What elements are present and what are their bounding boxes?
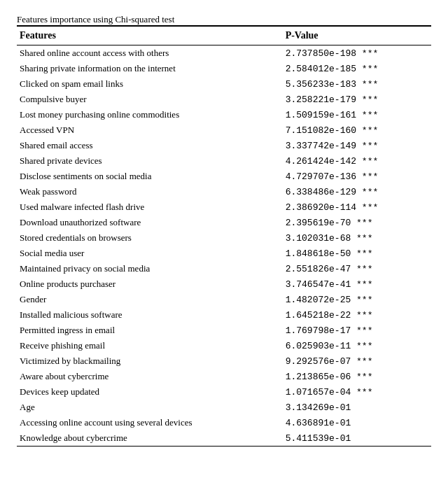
pvalue-cell: 4.636891e-01 [283, 415, 431, 430]
pvalue-cell: 6.025903e-11 *** [283, 338, 431, 353]
title-text: Features importance using Chi-squared te… [17, 14, 174, 24]
pvalue-cell: 2.386920e-114 *** [283, 199, 431, 215]
pvalue-cell: 3.134269e-01 [283, 400, 431, 415]
table-row: Used malware infected flash drive2.38692… [17, 199, 431, 215]
table-row: Social media user1.848618e-50 *** [17, 246, 431, 261]
table-row: Weak password6.338486e-129 *** [17, 184, 431, 199]
pvalue-cell: 1.509159e-161 *** [283, 107, 431, 122]
table-row: Devices keep updated1.071657e-04 *** [17, 384, 431, 400]
feature-cell: Knowledge about cybercrime [17, 430, 283, 447]
col-header-features: Features [17, 26, 283, 45]
pvalue-cell: 1.482072e-25 *** [283, 292, 431, 307]
feature-cell: Shared private devices [17, 153, 283, 169]
table-row: Age3.134269e-01 [17, 400, 431, 415]
col-header-pvalue: P-Value [283, 26, 431, 45]
pvalue-cell: 3.746547e-41 *** [283, 276, 431, 292]
table-row: Download unauthorized software2.395619e-… [17, 215, 431, 230]
feature-cell: Social media user [17, 246, 283, 261]
feature-cell: Devices keep updated [17, 384, 283, 400]
feature-cell: Gender [17, 292, 283, 307]
table-row: Receive phishing email6.025903e-11 *** [17, 338, 431, 353]
pvalue-cell: 3.102031e-68 *** [283, 230, 431, 246]
table-row: Maintained privacy on social media2.5518… [17, 261, 431, 276]
table-row: Shared online account access with others… [17, 45, 431, 62]
pvalue-cell: 2.737850e-198 *** [283, 45, 431, 62]
table-row: Disclose sentiments on social media4.729… [17, 169, 431, 184]
table-row: Compulsive buyer3.258221e-179 *** [17, 92, 431, 107]
feature-cell: Accessed VPN [17, 122, 283, 138]
feature-cell: Maintained privacy on social media [17, 261, 283, 276]
pvalue-cell: 3.337742e-149 *** [283, 138, 431, 153]
pvalue-cell: 9.292576e-07 *** [283, 353, 431, 369]
table-row: Victimized by blackmailing9.292576e-07 *… [17, 353, 431, 369]
table-row: Shared email access3.337742e-149 *** [17, 138, 431, 153]
pvalue-cell: 1.213865e-06 *** [283, 369, 431, 384]
feature-cell: Receive phishing email [17, 338, 283, 353]
table-row: Clicked on spam email links5.356233e-183… [17, 76, 431, 92]
table-row: Accessed VPN7.151082e-160 *** [17, 122, 431, 138]
table-row: Accessing online account using several d… [17, 415, 431, 430]
pvalue-cell: 1.645218e-22 *** [283, 307, 431, 323]
feature-cell: Disclose sentiments on social media [17, 169, 283, 184]
table-row: Shared private devices4.261424e-142 *** [17, 153, 431, 169]
page-title: Features importance using Chi-squared te… [17, 14, 431, 25]
feature-cell: Used malware infected flash drive [17, 199, 283, 215]
feature-cell: Lost money purchasing online commodities [17, 107, 283, 122]
feature-cell: Accessing online account using several d… [17, 415, 283, 430]
pvalue-cell: 2.551826e-47 *** [283, 261, 431, 276]
pvalue-cell: 7.151082e-160 *** [283, 122, 431, 138]
feature-cell: Shared email access [17, 138, 283, 153]
pvalue-cell: 3.258221e-179 *** [283, 92, 431, 107]
table-row: Installed malicious software1.645218e-22… [17, 307, 431, 323]
pvalue-cell: 6.338486e-129 *** [283, 184, 431, 199]
feature-cell: Compulsive buyer [17, 92, 283, 107]
feature-cell: Age [17, 400, 283, 415]
pvalue-cell: 1.071657e-04 *** [283, 384, 431, 400]
pvalue-cell: 5.411539e-01 [283, 430, 431, 447]
table-row: Knowledge about cybercrime5.411539e-01 [17, 430, 431, 447]
table-row: Gender1.482072e-25 *** [17, 292, 431, 307]
feature-cell: Clicked on spam email links [17, 76, 283, 92]
feature-cell: Permitted ingress in email [17, 323, 283, 338]
feature-cell: Shared online account access with others [17, 45, 283, 62]
table-row: Lost money purchasing online commodities… [17, 107, 431, 122]
pvalue-cell: 5.356233e-183 *** [283, 76, 431, 92]
pvalue-cell: 1.848618e-50 *** [283, 246, 431, 261]
table-header-row: Features P-Value [17, 26, 431, 45]
pvalue-cell: 1.769798e-17 *** [283, 323, 431, 338]
table-row: Sharing private information on the inter… [17, 61, 431, 76]
pvalue-cell: 4.261424e-142 *** [283, 153, 431, 169]
feature-cell: Online products purchaser [17, 276, 283, 292]
feature-cell: Victimized by blackmailing [17, 353, 283, 369]
feature-cell: Download unauthorized software [17, 215, 283, 230]
pvalue-cell: 2.395619e-70 *** [283, 215, 431, 230]
table-row: Permitted ingress in email1.769798e-17 *… [17, 323, 431, 338]
pvalue-cell: 2.584012e-185 *** [283, 61, 431, 76]
table-row: Stored credentials on browsers3.102031e-… [17, 230, 431, 246]
table-row: Online products purchaser3.746547e-41 **… [17, 276, 431, 292]
table-row: Aware about cybercrime1.213865e-06 *** [17, 369, 431, 384]
features-table: Features P-Value Shared online account a… [17, 25, 431, 447]
feature-cell: Weak password [17, 184, 283, 199]
feature-cell: Sharing private information on the inter… [17, 61, 283, 76]
feature-cell: Installed malicious software [17, 307, 283, 323]
feature-cell: Aware about cybercrime [17, 369, 283, 384]
feature-cell: Stored credentials on browsers [17, 230, 283, 246]
pvalue-cell: 4.729707e-136 *** [283, 169, 431, 184]
